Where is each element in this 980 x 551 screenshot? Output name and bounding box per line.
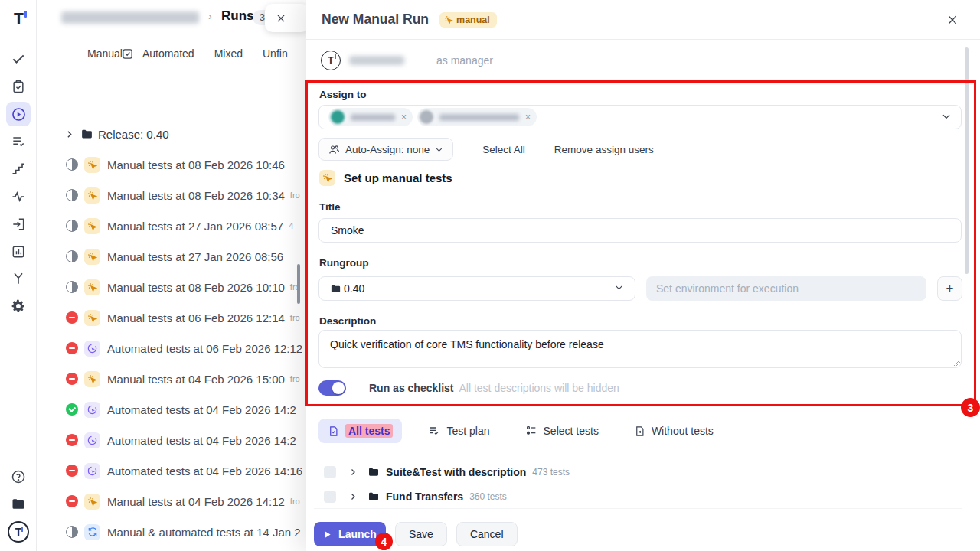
suite-checkbox[interactable] [324, 491, 336, 503]
close-popover-button[interactable] [265, 4, 309, 32]
suite-test-count: 473 tests [532, 467, 570, 478]
modal-scrollbar[interactable] [965, 47, 969, 274]
run-list-item[interactable]: Automated tests at 06 Feb 2026 12:12 [37, 333, 320, 364]
assign-to-label: Assign to [319, 89, 367, 100]
run-type-manual-icon [84, 187, 100, 204]
play-circle-icon [11, 106, 27, 122]
select-all-button[interactable]: Select All [482, 144, 525, 155]
select-runs-icon[interactable] [121, 47, 134, 60]
sidebar-item-tests[interactable] [6, 47, 31, 71]
save-button[interactable]: Save [395, 522, 447, 546]
tab-automated[interactable]: Automated [142, 47, 194, 60]
run-list-item[interactable]: Manual tests at 08 Feb 2026 10:10 fro [37, 272, 320, 302]
suite-row[interactable]: Fund Transfers 360 tests [314, 484, 962, 509]
run-type-manual-icon [84, 279, 100, 295]
title-input[interactable]: Smoke [318, 218, 962, 243]
run-as-checklist-toggle[interactable] [318, 380, 346, 396]
description-textarea[interactable]: Quick verification of core TMS functiona… [318, 330, 962, 368]
assignee-chip[interactable]: × [417, 108, 537, 126]
run-list-item[interactable]: Automated tests at 04 Feb 2026 14:16 [37, 455, 320, 486]
add-environment-button[interactable]: + [937, 276, 962, 301]
app-logo[interactable]: T [6, 6, 31, 31]
run-list-item[interactable]: Automated tests at 04 Feb 2026 14:2 [37, 425, 320, 455]
run-status-in_progress-icon [66, 189, 78, 201]
run-type-manual-icon [84, 218, 100, 234]
tab-select-tests[interactable]: Select tests [516, 419, 608, 442]
manual-badge: manual [439, 12, 497, 28]
run-status-failed-icon [66, 342, 78, 354]
suite-row[interactable]: Suite&Test with description 473 tests [314, 460, 962, 484]
run-list-item[interactable]: Manual tests at 08 Feb 2026 10:46 [37, 149, 320, 180]
chevron-down-icon [614, 282, 624, 295]
tab-without-tests[interactable]: Without tests [625, 419, 723, 442]
checklist-icon [525, 425, 537, 437]
branch-icon [11, 271, 26, 286]
breadcrumb-runs[interactable]: Runs [221, 8, 254, 24]
release-folder-label: Release: 0.40 [98, 128, 169, 141]
chevron-right-icon[interactable] [348, 492, 358, 501]
cancel-button[interactable]: Cancel [456, 522, 518, 546]
sidebar-item-results[interactable] [6, 129, 31, 154]
resize-handle[interactable] [954, 360, 961, 367]
environment-input[interactable]: Set environment for execution [646, 276, 926, 301]
breadcrumb-project-blurred[interactable] [61, 11, 199, 24]
annotation-number-4: 4 [375, 533, 393, 550]
bar-chart-icon [11, 244, 26, 259]
account-avatar[interactable]: T [6, 520, 31, 544]
remove-assignee-icon[interactable]: × [401, 112, 407, 122]
assign-to-select[interactable]: × × [318, 105, 962, 129]
run-status-failed-icon [66, 434, 78, 446]
run-list-item[interactable]: Automated tests at 04 Feb 2026 14:2 [37, 394, 320, 425]
remove-assign-users-button[interactable]: Remove assign users [554, 144, 654, 155]
sidebar-item-analytics[interactable] [6, 184, 31, 209]
tab-unfinished[interactable]: Unfin [263, 47, 288, 60]
run-list-item[interactable]: Manual tests at 27 Jan 2026 08:57 4 [37, 210, 320, 241]
sidebar-item-milestones[interactable] [6, 157, 31, 181]
release-folder-row[interactable]: Release: 0.40 [37, 119, 320, 149]
run-list-item[interactable]: Manual & automated tests at 14 Jan 2 [37, 517, 320, 547]
description-label: Description [319, 315, 376, 327]
tab-test-plan[interactable]: Test plan [419, 419, 498, 442]
run-list-item[interactable]: Manual tests at 04 Feb 2026 15:00 fro [37, 364, 320, 394]
run-title: Manual tests at 04 Feb 2026 15:00 [107, 373, 285, 386]
run-type-automated-icon [84, 402, 100, 418]
sidebar-item-branches[interactable] [6, 266, 31, 291]
rungroup-select[interactable]: 0.40 [318, 276, 635, 301]
icon-sidebar: T [0, 0, 37, 551]
sidebar-item-help[interactable] [6, 465, 31, 489]
sidebar-item-settings[interactable] [6, 294, 31, 318]
run-list-item[interactable]: Manual tests at 04 Feb 2026 14:12 fro [37, 486, 320, 517]
run-list-item[interactable]: Manual tests at 08 Feb 2026 10:34 fro [37, 180, 320, 210]
tab-manual[interactable]: Manual [87, 47, 122, 60]
sidebar-item-imports[interactable] [6, 212, 31, 236]
modal-header: New Manual Run manual [306, 0, 980, 40]
remove-assignee-icon[interactable]: × [525, 112, 531, 122]
clipboard-check-icon [11, 79, 26, 94]
check-icon [11, 51, 26, 67]
sidebar-item-runs[interactable] [6, 102, 31, 126]
tab-all-tests[interactable]: All tests [318, 419, 402, 443]
folder-icon [330, 283, 341, 295]
sidebar-item-reports[interactable] [6, 240, 31, 264]
modal-close-button[interactable] [945, 12, 960, 28]
auto-assign-dropdown[interactable]: Auto-Assign: none [318, 138, 453, 161]
suite-checkbox[interactable] [324, 466, 336, 478]
run-title: Manual tests at 08 Feb 2026 10:34 [107, 189, 285, 202]
document-x-icon [634, 425, 645, 437]
folder-icon [80, 128, 93, 141]
run-title: Automated tests at 04 Feb 2026 14:2 [107, 434, 296, 447]
help-icon [11, 469, 26, 484]
sidebar-item-plans[interactable] [6, 74, 31, 99]
sidebar-item-projects[interactable] [6, 492, 31, 517]
assignee-chip[interactable]: × [328, 108, 413, 126]
pulse-icon [11, 189, 26, 204]
tab-mixed[interactable]: Mixed [214, 47, 243, 60]
chevron-right-icon[interactable] [348, 468, 358, 477]
runs-list: Release: 0.40 Manual tests at 08 Feb 202… [37, 119, 320, 547]
run-list-item[interactable]: Manual tests at 27 Jan 2026 08:56 [37, 241, 320, 272]
run-list-item[interactable]: Manual tests at 06 Feb 2026 12:14 fro [37, 302, 320, 333]
run-status-in_progress-icon [66, 281, 78, 293]
chevron-right-icon[interactable] [64, 129, 74, 139]
chevron-down-icon[interactable] [941, 111, 952, 124]
runs-list-scrollbar[interactable] [297, 264, 300, 304]
